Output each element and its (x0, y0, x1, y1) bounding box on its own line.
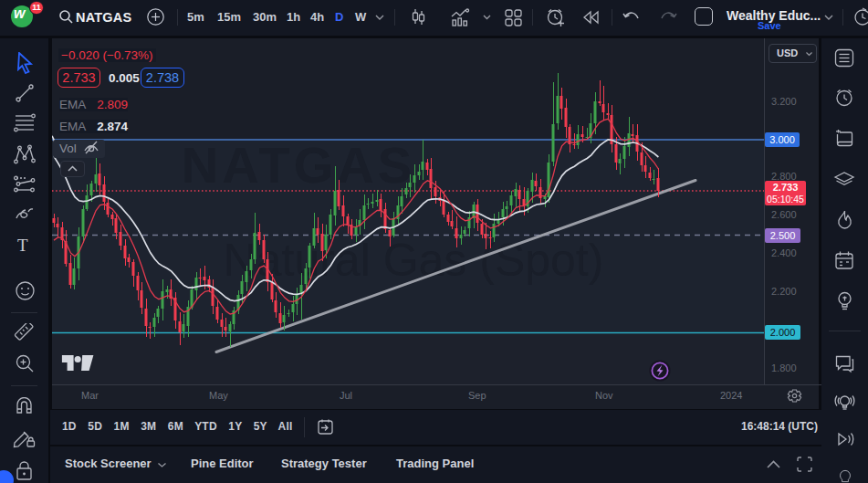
svg-text:NATGAS: NATGAS (182, 136, 415, 194)
svg-text:Natural Gas (Spot): Natural Gas (Spot) (224, 235, 604, 286)
